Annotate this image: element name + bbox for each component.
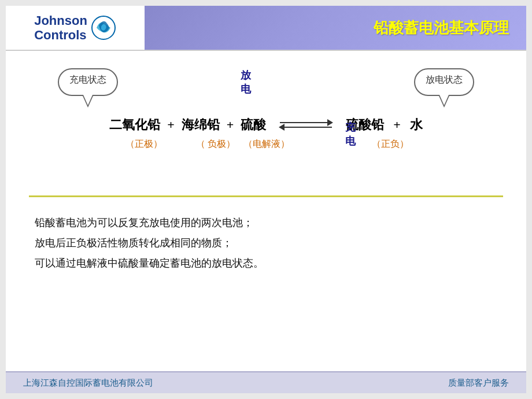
- arrow-right-head: [327, 119, 333, 126]
- discharge-mid: 电: [241, 82, 251, 96]
- charge-mid: 电: [345, 134, 356, 148]
- reactant2: 海绵铅: [182, 116, 220, 134]
- plus2: +: [227, 117, 234, 132]
- charge-label: 充 电: [345, 120, 356, 148]
- charge-top: 充: [345, 120, 356, 134]
- arrow-left: [280, 127, 332, 128]
- divider: [29, 195, 503, 197]
- labels-row: （正极） （ 负极） （电解液） （正负）: [29, 138, 503, 150]
- discharge-top: 放: [241, 68, 251, 82]
- discharging-state-label: 放电状态: [426, 75, 463, 84]
- reactant1: 二氧化铅: [109, 116, 160, 134]
- reaction-arrow: [280, 122, 332, 128]
- logo-johnson: Johnson: [34, 13, 87, 28]
- description-section: 铅酸蓄电池为可以反复充放电使用的两次电池； 放电后正负极活性物质转化成相同的物质…: [29, 203, 503, 277]
- reactant3: 硫酸: [241, 116, 266, 134]
- product2: 水: [410, 116, 423, 134]
- content-area: 充电状态 放 电 放电状态 二氧化铅 + 海绵铅 +: [6, 51, 526, 371]
- label-positive: （正极）: [119, 138, 169, 150]
- desc-line-1: 铅酸蓄电池为可以反复充放电使用的两次电池；: [35, 215, 497, 231]
- logo-content: Johnson Controls: [34, 13, 116, 43]
- label-electrolyte: （电解液）: [241, 138, 292, 150]
- plus3: +: [393, 117, 401, 132]
- logo-controls: Controls: [34, 28, 87, 42]
- label-spacer1: [169, 139, 190, 150]
- johnson-controls-logo-icon: [91, 15, 116, 40]
- label-negative: （ 负极）: [190, 138, 241, 150]
- charging-state-label: 充电状态: [69, 75, 106, 84]
- title-area: 铅酸蓄电池基本原理: [145, 6, 526, 50]
- reaction-area: 充电状态 放 电 放电状态 二氧化铅 + 海绵铅 +: [29, 62, 503, 190]
- reaction-row: 二氧化铅 + 海绵铅 + 硫酸 硫酸铅 + 水: [29, 116, 503, 134]
- charging-state-bubble: 充电状态: [58, 68, 118, 96]
- desc-line-2: 放电后正负极活性物质转化成相同的物质；: [35, 235, 497, 252]
- label-arrow-spacer: [292, 139, 367, 150]
- header: Johnson Controls 铅酸蓄电池基本原理: [6, 6, 526, 51]
- bubbles-row: 充电状态 放 电 放电状态: [29, 68, 503, 96]
- plus1: +: [167, 117, 175, 132]
- arrow-left-head: [279, 124, 285, 131]
- arrow-right: [280, 122, 332, 123]
- label-posneg: （正负）: [367, 138, 413, 150]
- logo-text: Johnson Controls: [34, 13, 87, 43]
- discharging-state-bubble: 放电状态: [414, 68, 474, 96]
- logo-area: Johnson Controls: [6, 6, 145, 50]
- slide-container: Johnson Controls 铅酸蓄电池基本原理 充: [6, 6, 526, 393]
- desc-line-3: 可以通过电解液中硫酸量确定蓄电池的放电状态。: [35, 255, 497, 272]
- footer-company: 上海江森自控国际蓄电池有限公司: [23, 378, 153, 389]
- footer-dept: 质量部客户服务: [448, 378, 509, 389]
- footer: 上海江森自控国际蓄电池有限公司 质量部客户服务: [6, 371, 526, 393]
- slide-title: 铅酸蓄电池基本原理: [374, 18, 509, 38]
